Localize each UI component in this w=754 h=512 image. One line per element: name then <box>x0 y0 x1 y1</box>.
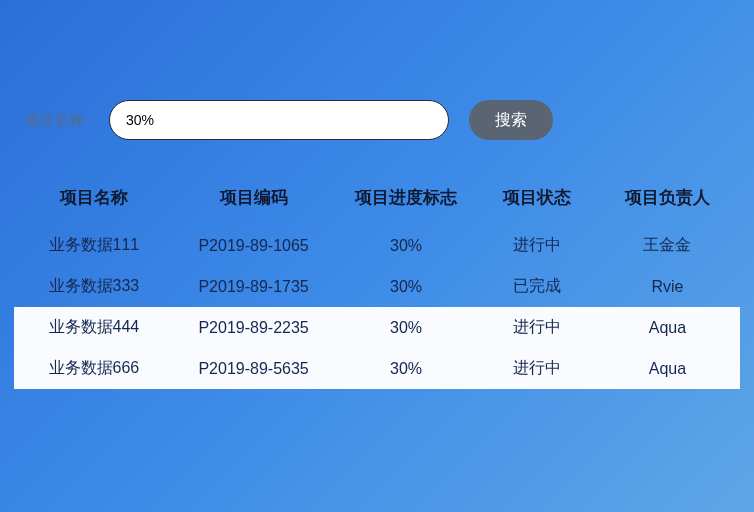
cell-status: 已完成 <box>479 266 595 307</box>
cell-status: 进行中 <box>479 225 595 266</box>
cell-owner: Aqua <box>595 348 740 389</box>
cell-owner: Rvie <box>595 266 740 307</box>
search-bar: 项目名称： 搜索 <box>0 0 754 168</box>
cell-code: P2019-89-1735 <box>174 266 334 307</box>
cell-progress: 30% <box>333 307 478 348</box>
col-header-status: 项目状态 <box>479 168 595 225</box>
cell-progress: 30% <box>333 348 478 389</box>
search-input[interactable] <box>109 100 449 140</box>
cell-owner: Aqua <box>595 307 740 348</box>
cell-code: P2019-89-1065 <box>174 225 334 266</box>
col-header-owner: 项目负责人 <box>595 168 740 225</box>
cell-progress: 30% <box>333 266 478 307</box>
table-row[interactable]: 业务数据444P2019-89-223530%进行中Aqua <box>14 307 740 348</box>
cell-code: P2019-89-5635 <box>174 348 334 389</box>
cell-name: 业务数据444 <box>14 307 174 348</box>
cell-status: 进行中 <box>479 348 595 389</box>
col-header-progress: 项目进度标志 <box>333 168 478 225</box>
search-button[interactable]: 搜索 <box>469 100 553 140</box>
cell-name: 业务数据111 <box>14 225 174 266</box>
table-row[interactable]: 业务数据333P2019-89-173530%已完成Rvie <box>14 266 740 307</box>
project-table-wrap: 项目名称 项目编码 项目进度标志 项目状态 项目负责人 业务数据111P2019… <box>14 168 740 389</box>
cell-code: P2019-89-2235 <box>174 307 334 348</box>
col-header-code: 项目编码 <box>174 168 334 225</box>
cell-status: 进行中 <box>479 307 595 348</box>
cell-name: 业务数据666 <box>14 348 174 389</box>
search-label: 项目名称： <box>24 111 99 130</box>
table-header-row: 项目名称 项目编码 项目进度标志 项目状态 项目负责人 <box>14 168 740 225</box>
project-table: 项目名称 项目编码 项目进度标志 项目状态 项目负责人 业务数据111P2019… <box>14 168 740 389</box>
cell-owner: 王金金 <box>595 225 740 266</box>
cell-name: 业务数据333 <box>14 266 174 307</box>
table-row[interactable]: 业务数据111P2019-89-106530%进行中王金金 <box>14 225 740 266</box>
cell-progress: 30% <box>333 225 478 266</box>
table-row[interactable]: 业务数据666P2019-89-563530%进行中Aqua <box>14 348 740 389</box>
col-header-name: 项目名称 <box>14 168 174 225</box>
